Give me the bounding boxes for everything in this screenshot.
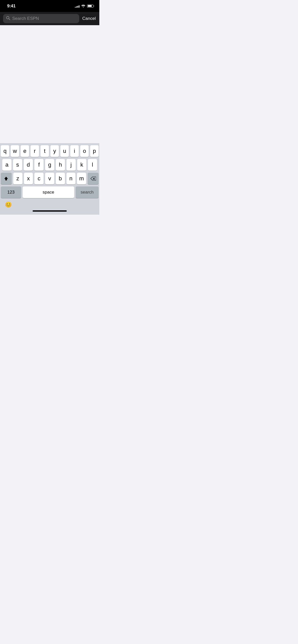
- keyboard-bottom-row: 123 space search: [1, 186, 99, 198]
- keyboard-row-1: q w e r t y u i o p: [1, 145, 99, 157]
- key-q[interactable]: q: [1, 145, 9, 157]
- search-header: Cancel: [0, 12, 99, 25]
- key-p[interactable]: p: [90, 145, 99, 157]
- search-key[interactable]: search: [76, 186, 99, 198]
- cancel-button[interactable]: Cancel: [82, 15, 96, 22]
- battery-icon: [87, 5, 94, 8]
- key-k[interactable]: k: [77, 159, 86, 171]
- search-input[interactable]: [12, 16, 76, 21]
- key-x[interactable]: x: [24, 173, 33, 184]
- key-s[interactable]: s: [13, 159, 22, 171]
- emoji-button[interactable]: 😊: [5, 201, 12, 208]
- key-h[interactable]: h: [56, 159, 65, 171]
- keyboard-row-3: z x c v b n m: [1, 173, 99, 184]
- key-t[interactable]: t: [40, 145, 49, 157]
- search-icon: [6, 16, 10, 21]
- key-z[interactable]: z: [13, 173, 22, 184]
- svg-line-1: [9, 19, 10, 20]
- key-g[interactable]: g: [45, 159, 54, 171]
- space-key[interactable]: space: [23, 186, 74, 198]
- key-w[interactable]: w: [11, 145, 19, 157]
- keyboard-row-2: a s d f g h j k l: [1, 159, 99, 171]
- key-a[interactable]: a: [2, 159, 11, 171]
- shift-key[interactable]: [1, 173, 12, 184]
- key-y[interactable]: y: [50, 145, 59, 157]
- key-b[interactable]: b: [56, 173, 65, 184]
- numbers-key[interactable]: 123: [1, 186, 21, 198]
- emoji-bar: 😊: [1, 199, 99, 210]
- key-v[interactable]: v: [45, 173, 54, 184]
- wifi-icon: [81, 4, 85, 8]
- key-r[interactable]: r: [31, 145, 39, 157]
- key-c[interactable]: c: [34, 173, 44, 184]
- key-m[interactable]: m: [77, 173, 86, 184]
- status-icons: [75, 4, 94, 8]
- key-o[interactable]: o: [80, 145, 89, 157]
- status-bar: 9:41: [0, 0, 99, 12]
- home-indicator: [33, 210, 67, 212]
- delete-key[interactable]: [88, 173, 99, 184]
- key-f[interactable]: f: [34, 159, 44, 171]
- key-l[interactable]: l: [88, 159, 97, 171]
- key-j[interactable]: j: [66, 159, 76, 171]
- keyboard: q w e r t y u i o p a s d f g h j k l z …: [0, 143, 99, 215]
- key-d[interactable]: d: [24, 159, 33, 171]
- key-e[interactable]: e: [21, 145, 29, 157]
- signal-icon: [75, 5, 79, 8]
- key-n[interactable]: n: [66, 173, 76, 184]
- status-time: 9:41: [7, 4, 16, 9]
- key-i[interactable]: i: [70, 145, 79, 157]
- search-bar[interactable]: [3, 14, 79, 23]
- key-u[interactable]: u: [60, 145, 69, 157]
- content-area: [0, 25, 99, 140]
